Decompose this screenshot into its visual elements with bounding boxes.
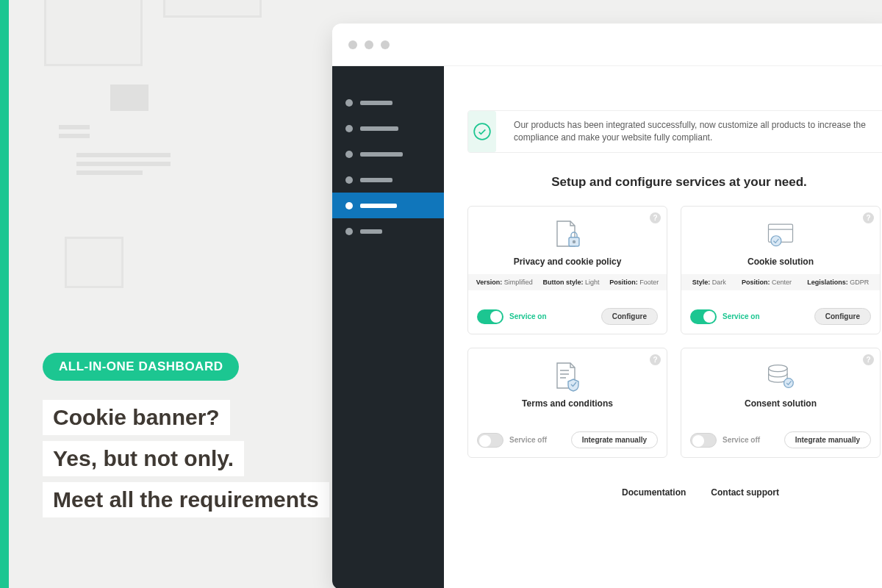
service-status: Service on (509, 312, 547, 320)
svg-point-5 (769, 365, 787, 372)
card-cookie-solution: ? Cookie solution Style: Dark Position: … (681, 206, 881, 334)
main-content: Our products has been integrated success… (444, 66, 882, 588)
service-toggle[interactable] (690, 433, 717, 448)
card-meta: Version: Simplified Button style: Light … (468, 274, 667, 290)
configure-button[interactable]: Configure (601, 308, 658, 325)
section-title: Setup and configure services at your nee… (467, 175, 882, 190)
sidebar-item[interactable] (332, 218, 444, 244)
integrate-button[interactable]: Integrate manually (571, 431, 658, 448)
document-shield-icon (468, 348, 667, 392)
sidebar (332, 66, 444, 588)
bg-wire (59, 134, 90, 138)
sidebar-item[interactable] (332, 90, 444, 115)
card-consent-solution: ? Consent solution (681, 348, 881, 458)
help-icon[interactable]: ? (863, 354, 874, 365)
service-toggle[interactable] (690, 309, 717, 324)
bg-wire (76, 171, 143, 175)
card-title: Privacy and cookie policy (468, 257, 667, 267)
bg-wire (65, 237, 123, 288)
documentation-link[interactable]: Documentation (622, 487, 686, 498)
help-icon[interactable]: ? (650, 354, 661, 365)
service-status: Service off (723, 436, 760, 444)
success-alert: Our products has been integrated success… (467, 110, 882, 153)
headline-1: Cookie banner? (43, 400, 230, 435)
sidebar-item[interactable] (332, 141, 444, 167)
check-circle-icon (468, 111, 496, 152)
window-dot[interactable] (348, 40, 357, 49)
configure-button[interactable]: Configure (814, 308, 871, 325)
service-status: Service off (509, 436, 547, 444)
card-meta: Style: Dark Position: Center Legislation… (681, 274, 880, 290)
sidebar-item[interactable] (332, 167, 444, 193)
svg-point-4 (771, 236, 781, 246)
service-toggle[interactable] (477, 433, 503, 448)
document-lock-icon (468, 207, 667, 251)
app-window: Our products has been integrated success… (332, 24, 882, 588)
card-title: Terms and conditions (468, 398, 667, 409)
window-chrome (332, 24, 882, 66)
card-privacy-policy: ? Privacy and cookie policy Version: Sim… (467, 206, 667, 334)
help-icon[interactable]: ? (863, 212, 874, 223)
headline-3: Meet all the requirements (43, 482, 329, 517)
service-status: Service on (723, 312, 760, 320)
integrate-button[interactable]: Integrate manually (784, 431, 871, 448)
svg-point-2 (573, 241, 576, 243)
sidebar-item-active[interactable] (332, 193, 444, 218)
sidebar-item[interactable] (332, 115, 444, 141)
window-dot[interactable] (365, 40, 373, 49)
svg-point-0 (474, 123, 490, 140)
database-check-icon (681, 348, 880, 392)
card-title: Cookie solution (681, 257, 880, 267)
bg-wire (110, 85, 148, 111)
bg-wire (59, 125, 90, 129)
bg-wire (76, 153, 171, 157)
bg-wire (44, 0, 143, 66)
help-icon[interactable]: ? (650, 212, 661, 223)
svg-point-6 (784, 379, 794, 388)
support-link[interactable]: Contact support (711, 487, 779, 498)
services-grid: ? Privacy and cookie policy Version: Sim… (467, 206, 882, 458)
browser-check-icon (681, 207, 880, 251)
service-toggle[interactable] (477, 309, 503, 324)
marketing-pill: ALL-IN-ONE DASHBOARD (43, 353, 239, 381)
bg-wire (163, 0, 262, 18)
card-terms-conditions: ? Terms and conditions Servic (467, 348, 667, 458)
window-dot[interactable] (381, 40, 390, 49)
headline-2: Yes, but not only. (43, 441, 244, 476)
bg-wire (76, 162, 171, 166)
alert-text: Our products has been integrated success… (514, 112, 882, 151)
footer-links: Documentation Contact support (622, 487, 882, 498)
accent-bar (0, 0, 9, 588)
card-title: Consent solution (681, 398, 880, 409)
